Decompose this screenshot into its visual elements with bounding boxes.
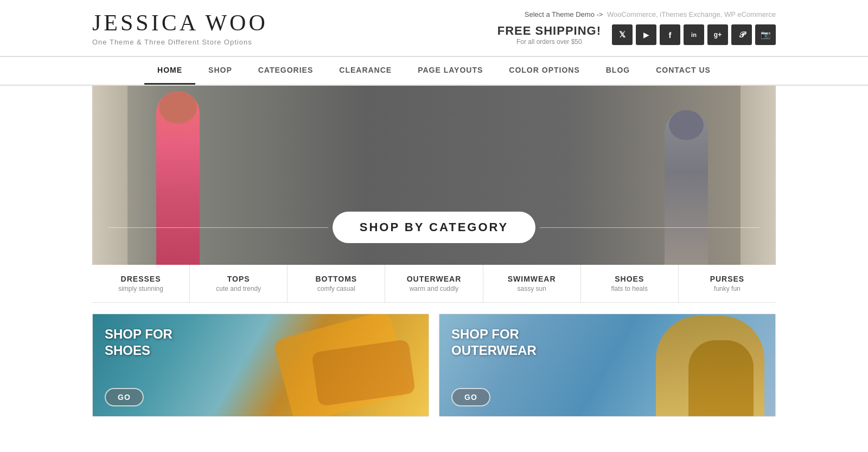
category-tab-dresses[interactable]: DRESSES simply stunning [92, 265, 190, 302]
logo-subtitle: One Theme & Three Different Store Option… [92, 38, 268, 46]
nav-item-clearance[interactable]: CLEARANCE [326, 57, 405, 85]
theme-demo-ithemes[interactable]: iThemes Exchange [660, 10, 720, 18]
cta-line-left [108, 227, 328, 228]
nav-item-categories[interactable]: CATEGORIES [245, 57, 327, 85]
nav-link-clearance[interactable]: CLEARANCE [326, 57, 405, 83]
pinterest-icon[interactable]: 𝒫 [731, 24, 752, 45]
category-tab-bottoms[interactable]: BOTTOMS comfy casual [288, 265, 385, 302]
category-sub: funky fun [684, 285, 770, 292]
category-name: OUTERWEAR [391, 275, 477, 283]
instagram-icon[interactable]: 📷 [755, 24, 776, 45]
header-right: Select a Theme Demo -> WooCommerce, iThe… [497, 10, 776, 46]
theme-demo-label: Select a Theme Demo -> [525, 10, 603, 18]
nav-link-home[interactable]: HOME [144, 57, 195, 83]
category-name: BOTTOMS [293, 275, 379, 283]
shop-by-category-button[interactable]: SHOP BY CATEGORY [333, 212, 536, 243]
theme-demo-woocommerce[interactable]: WooCommerce [607, 10, 656, 18]
category-tab-outerwear[interactable]: OUTERWEAR warm and cuddly [385, 265, 483, 302]
category-tabs: DRESSES simply stunning TOPS cute and tr… [92, 265, 776, 303]
logo-title: JESSICA WOO [92, 10, 268, 36]
category-sub: cute and trendy [195, 285, 282, 292]
category-sub: simply stunning [98, 285, 184, 292]
hero-outer: SHOP BY CATEGORY [92, 86, 776, 265]
nav-item-contact[interactable]: CONTACT US [643, 57, 724, 85]
category-tab-purses[interactable]: PURSES funky fun [679, 265, 776, 302]
social-icons-row: 𝕏 ▶ f in g+ 𝒫 📷 [612, 24, 776, 45]
nav-link-shop[interactable]: SHOP [195, 57, 245, 83]
category-tab-swimwear[interactable]: SWIMWEAR sassy sun [483, 265, 581, 302]
header-actions: FREE SHIPPING! For all orders over $50 𝕏… [497, 24, 776, 46]
nav-link-color-options[interactable]: COLOR OPTIONS [496, 57, 592, 83]
category-name: SWIMWEAR [489, 275, 575, 283]
nav-item-blog[interactable]: BLOG [593, 57, 643, 85]
promo-card-shoes[interactable]: SHOP FORSHOES GO [92, 314, 429, 417]
category-tab-shoes[interactable]: SHOES flats to heals [581, 265, 679, 302]
category-name: DRESSES [98, 275, 184, 283]
hero-banner: SHOP BY CATEGORY [92, 86, 776, 265]
nav-item-shop[interactable]: SHOP [195, 57, 245, 85]
promo-label-outerwear: SHOP FOROUTERWEAR [451, 326, 537, 359]
category-tab-tops[interactable]: TOPS cute and trendy [190, 265, 288, 302]
googleplus-icon[interactable]: g+ [707, 24, 728, 45]
nav-item-color-options[interactable]: COLOR OPTIONS [496, 57, 592, 85]
category-sub: comfy casual [293, 285, 379, 292]
main-nav: HOME SHOP CATEGORIES CLEARANCE PAGE LAYO… [0, 56, 868, 86]
promo-go-button-shoes[interactable]: GO [105, 388, 144, 406]
youtube-icon[interactable]: ▶ [636, 24, 656, 45]
promo-label-text: SHOP FORSHOES [105, 326, 173, 359]
twitter-icon[interactable]: 𝕏 [612, 24, 633, 45]
nav-list: HOME SHOP CATEGORIES CLEARANCE PAGE LAYO… [144, 57, 724, 85]
promo-card-outerwear[interactable]: SHOP FOROUTERWEAR GO [439, 314, 776, 417]
nav-link-categories[interactable]: CATEGORIES [245, 57, 327, 83]
category-sub: flats to heals [586, 285, 673, 292]
category-name: SHOES [586, 275, 673, 283]
free-shipping-sub: For all orders over $50 [497, 38, 601, 46]
promo-label-text: SHOP FOROUTERWEAR [451, 326, 537, 359]
nav-item-home[interactable]: HOME [144, 57, 195, 85]
nav-link-blog[interactable]: BLOG [593, 57, 643, 83]
header: JESSICA WOO One Theme & Three Different … [0, 0, 868, 56]
nav-link-page-layouts[interactable]: PAGE LAYOUTS [405, 57, 496, 83]
linkedin-icon[interactable]: in [684, 24, 704, 45]
category-name: TOPS [195, 275, 282, 283]
promo-go-button-outerwear[interactable]: GO [451, 388, 490, 406]
theme-demo-bar: Select a Theme Demo -> WooCommerce, iThe… [525, 10, 776, 18]
category-sub: warm and cuddly [391, 285, 477, 292]
nav-link-contact[interactable]: CONTACT US [643, 57, 724, 83]
theme-demo-wp[interactable]: WP eCommerce [724, 10, 776, 18]
category-name: PURSES [684, 275, 770, 283]
logo-area: JESSICA WOO One Theme & Three Different … [92, 10, 268, 46]
outerwear-decor-2 [688, 340, 754, 416]
category-sub: sassy sun [489, 285, 575, 292]
nav-item-page-layouts[interactable]: PAGE LAYOUTS [405, 57, 496, 85]
free-shipping-title: FREE SHIPPING! [497, 24, 601, 38]
cta-line-right [540, 227, 760, 228]
facebook-icon[interactable]: f [660, 24, 680, 45]
free-shipping-block: FREE SHIPPING! For all orders over $50 [497, 24, 601, 46]
promo-row: SHOP FORSHOES GO SHOP FOROUTERWEAR GO [92, 314, 776, 417]
promo-label-shoes: SHOP FORSHOES [105, 326, 173, 359]
hero-cta-wrapper: SHOP BY CATEGORY [92, 212, 776, 243]
